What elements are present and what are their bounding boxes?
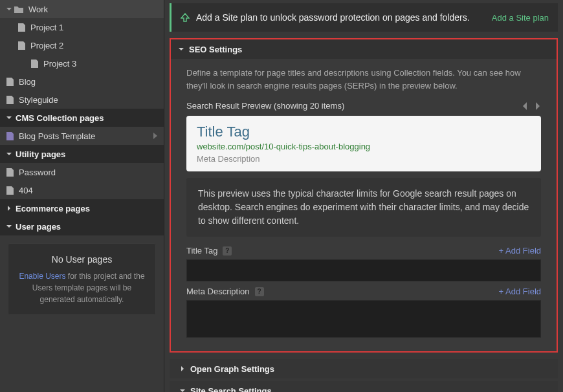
seo-description: Define a template for page titles and de… — [186, 67, 541, 92]
chevron-down-icon — [180, 388, 185, 392]
template-page-icon — [6, 132, 14, 140]
sidebar: Work Project 1 Project 2 Project 3 Blog … — [0, 0, 164, 392]
page-project-3[interactable]: Project 3 — [0, 54, 164, 72]
help-icon[interactable]: ? — [255, 287, 264, 296]
serp-preview: Title Tag website.com/post/10-quick-tips… — [186, 116, 541, 171]
chevron-down-icon — [6, 115, 12, 120]
section-cms-collection[interactable]: CMS Collection pages — [0, 109, 164, 127]
page-icon — [6, 186, 14, 195]
page-blog[interactable]: Blog — [0, 72, 164, 91]
meta-description-input[interactable] — [186, 300, 541, 338]
main-panel: Add a Site plan to unlock password prote… — [164, 0, 563, 392]
page-icon — [6, 96, 14, 104]
preview-note: This preview uses the typical character … — [186, 178, 541, 237]
preview-label: Search Result Preview (showing 20 items) — [186, 101, 344, 111]
info-title: No User pages — [15, 253, 149, 267]
section-ecommerce[interactable]: Ecommerce pages — [0, 199, 164, 217]
page-icon — [6, 168, 14, 177]
section-utility[interactable]: Utility pages — [0, 145, 164, 163]
page-icon — [31, 60, 38, 68]
section-title: User pages — [16, 222, 61, 232]
serp-url: website.com/post/10-quick-tips-about-blo… — [197, 142, 531, 151]
chevron-down-icon — [6, 6, 13, 12]
open-graph-settings-header[interactable]: Open Graph Settings — [170, 359, 558, 378]
add-field-title-button[interactable]: + Add Field — [499, 246, 541, 256]
meta-description-label: Meta Description — [186, 287, 250, 296]
cms-blog-posts-template[interactable]: Blog Posts Template — [0, 127, 164, 145]
preview-next-button[interactable] — [535, 102, 541, 110]
add-field-meta-button[interactable]: + Add Field — [499, 287, 541, 296]
enable-users-link[interactable]: Enable Users — [19, 272, 65, 281]
page-project-2[interactable]: Project 2 — [0, 36, 164, 54]
panel-title: SEO Settings — [189, 45, 242, 54]
chevron-down-icon — [6, 151, 12, 157]
preview-prev-button[interactable] — [522, 102, 528, 110]
page-icon — [18, 23, 25, 32]
chevron-down-icon — [6, 224, 12, 229]
section-title: CMS Collection pages — [16, 113, 104, 123]
section-title: Utility pages — [16, 149, 65, 159]
title-tag-input[interactable] — [186, 259, 541, 281]
title-tag-label: Title Tag — [186, 246, 217, 256]
add-site-plan-link[interactable]: Add a Site plan — [492, 13, 549, 23]
folder-label: Work — [28, 5, 48, 14]
page-label: Blog — [19, 77, 36, 87]
folder-work[interactable]: Work — [0, 0, 164, 18]
page-styleguide[interactable]: Styleguide — [0, 91, 164, 109]
section-title: Ecommerce pages — [16, 204, 90, 213]
page-label: Password — [19, 168, 56, 177]
seo-settings-panel: SEO Settings Define a template for page … — [170, 38, 558, 353]
page-label: Project 2 — [30, 41, 63, 50]
chevron-right-icon — [153, 133, 157, 139]
page-icon — [18, 41, 25, 50]
page-project-1[interactable]: Project 1 — [0, 18, 164, 36]
page-icon — [6, 78, 14, 86]
utility-404[interactable]: 404 — [0, 181, 164, 199]
page-label: Project 3 — [43, 59, 76, 69]
page-label: Project 1 — [30, 23, 63, 32]
help-icon[interactable]: ? — [223, 246, 232, 256]
no-user-pages-info: No User pages Enable Users for this proj… — [8, 243, 156, 315]
seo-settings-header[interactable]: SEO Settings — [171, 39, 557, 59]
section-user[interactable]: User pages — [0, 217, 164, 235]
utility-password[interactable]: Password — [0, 163, 164, 181]
banner-text: Add a Site plan to unlock password prote… — [196, 12, 470, 23]
upgrade-banner: Add a Site plan to unlock password prote… — [170, 3, 558, 32]
page-label: 404 — [19, 186, 33, 195]
page-label: Blog Posts Template — [19, 131, 95, 141]
arrow-up-icon — [181, 13, 190, 22]
serp-title: Title Tag — [197, 124, 531, 140]
page-label: Styleguide — [19, 95, 58, 105]
chevron-right-icon — [6, 206, 12, 211]
folder-icon — [14, 5, 23, 13]
site-search-settings-header[interactable]: Site Search Settings — [170, 381, 558, 392]
serp-meta: Meta Description — [197, 154, 531, 164]
panel-title: Open Graph Settings — [190, 364, 274, 374]
chevron-down-icon — [179, 47, 184, 52]
panel-title: Site Search Settings — [190, 386, 272, 393]
chevron-right-icon — [180, 366, 185, 371]
